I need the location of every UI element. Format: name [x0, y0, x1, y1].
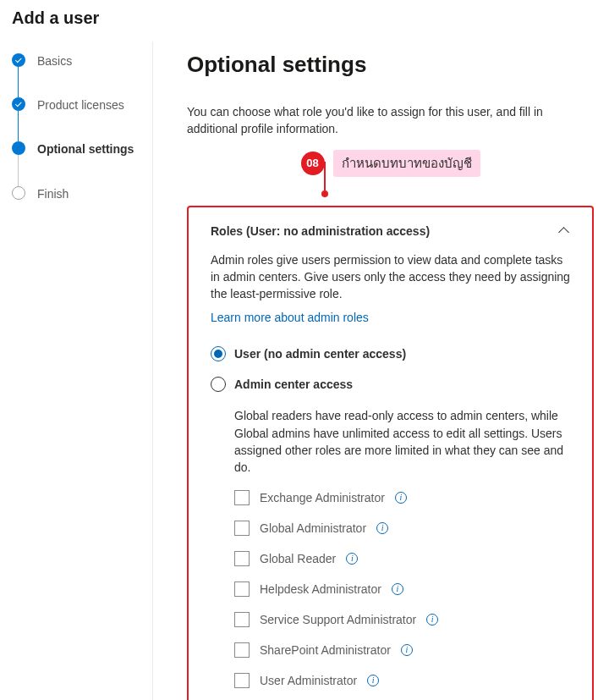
checkbox-icon — [234, 612, 250, 627]
checkbox-label: SharePoint Administrator — [260, 643, 391, 657]
radio-icon — [211, 346, 226, 361]
step-optional-settings[interactable]: Optional settings — [12, 141, 142, 185]
stepper: Basics Product licenses Optional setting… — [0, 41, 152, 700]
checkbox-icon — [234, 490, 250, 505]
page-title: Add a user — [0, 0, 609, 41]
section-description: You can choose what role you'd like to a… — [187, 103, 594, 138]
radio-admin-center-access[interactable]: Admin center access — [211, 377, 570, 392]
checkbox-label: Global Administrator — [260, 521, 366, 535]
checkbox-label: Global Reader — [260, 552, 336, 565]
info-icon[interactable]: i — [392, 583, 403, 595]
roles-panel: Roles (User: no administration access) A… — [187, 206, 594, 700]
info-icon[interactable]: i — [401, 644, 413, 656]
radio-label: User (no admin center access) — [234, 347, 406, 361]
admin-roles-list: Exchange Administrator i Global Administ… — [234, 490, 570, 700]
callout-text: กำหนดบทบาทของบัญชี — [333, 150, 480, 177]
role-sharepoint-administrator[interactable]: SharePoint Administrator i — [234, 642, 570, 658]
learn-more-link[interactable]: Learn more about admin roles — [211, 311, 369, 324]
main-content: Optional settings You can choose what ro… — [152, 41, 609, 700]
roles-panel-header[interactable]: Roles (User: no administration access) — [211, 224, 570, 238]
step-current-icon — [12, 141, 25, 155]
step-product-licenses[interactable]: Product licenses — [12, 97, 142, 141]
checkbox-label: Helpdesk Administrator — [260, 582, 381, 596]
checkbox-icon — [234, 642, 250, 658]
role-global-reader[interactable]: Global Reader i — [234, 551, 570, 566]
radio-icon — [211, 377, 226, 392]
step-pending-icon — [12, 186, 25, 200]
roles-description: Admin roles give users permission to vie… — [211, 251, 570, 303]
info-icon[interactable]: i — [395, 492, 407, 504]
section-title: Optional settings — [187, 52, 594, 78]
role-service-support-administrator[interactable]: Service Support Administrator i — [234, 612, 570, 627]
info-icon[interactable]: i — [367, 675, 379, 686]
checkbox-icon — [234, 521, 250, 536]
step-label: Product licenses — [37, 97, 124, 113]
radio-user-no-admin[interactable]: User (no admin center access) — [211, 346, 570, 361]
step-basics[interactable]: Basics — [12, 53, 142, 97]
role-user-administrator[interactable]: User Administrator i — [234, 673, 570, 688]
annotation-callout: 08 กำหนดบทบาทของบัญชี — [187, 150, 594, 206]
radio-label: Admin center access — [234, 378, 353, 391]
admin-roles-description: Global readers have read-only access to … — [234, 407, 570, 476]
role-exchange-administrator[interactable]: Exchange Administrator i — [234, 490, 570, 505]
step-label: Optional settings — [37, 141, 134, 157]
info-icon[interactable]: i — [426, 614, 438, 626]
step-label: Finish — [37, 186, 69, 201]
callout-badge: 08 — [301, 152, 325, 175]
checkbox-icon — [234, 673, 250, 688]
info-icon[interactable]: i — [346, 553, 358, 565]
checkbox-label: Service Support Administrator — [260, 613, 416, 626]
step-label: Basics — [37, 53, 72, 69]
step-done-icon — [12, 97, 25, 111]
step-finish[interactable]: Finish — [12, 186, 142, 201]
checkbox-icon — [234, 581, 250, 597]
callout-leader-line — [324, 162, 326, 194]
step-done-icon — [12, 53, 25, 67]
role-helpdesk-administrator[interactable]: Helpdesk Administrator i — [234, 581, 570, 597]
info-icon[interactable]: i — [376, 522, 388, 534]
checkbox-icon — [234, 551, 250, 566]
checkbox-label: Exchange Administrator — [260, 491, 385, 504]
roles-panel-title: Roles (User: no administration access) — [211, 224, 430, 238]
chevron-up-icon[interactable] — [558, 225, 570, 237]
role-global-administrator[interactable]: Global Administrator i — [234, 521, 570, 536]
checkbox-label: User Administrator — [260, 674, 357, 687]
